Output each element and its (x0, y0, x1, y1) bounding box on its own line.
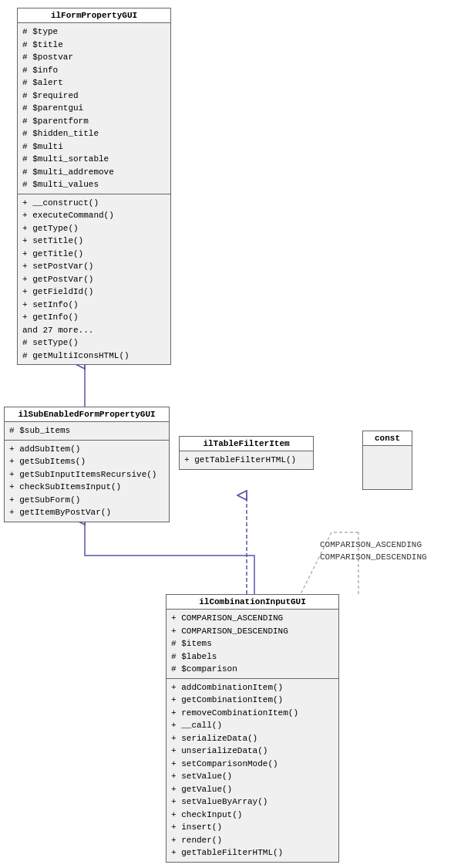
ilCombinationInputGUI-attributes: + COMPARISON_ASCENDING + COMPARISON_DESC… (167, 610, 338, 679)
ilTableFilterItem-methods: + getTableFilterHTML() (180, 451, 313, 469)
diagram-container: ilFormPropertyGUI # $type # $title # $po… (0, 0, 471, 868)
ilTableFilterItem-title: ilTableFilterItem (180, 437, 313, 451)
comparison-ascending-label: COMPARISON_ASCENDING (320, 540, 422, 549)
const-body (363, 446, 412, 489)
ilSubEnabledFormPropertyGUI-attributes: # $sub_items (5, 422, 169, 441)
ilCombinationInputGUI-title: ilCombinationInputGUI (167, 595, 338, 610)
ilCombinationInputGUI-box: ilCombinationInputGUI + COMPARISON_ASCEN… (166, 594, 339, 863)
ilSubEnabledFormPropertyGUI-title: ilSubEnabledFormPropertyGUI (5, 407, 169, 422)
ilFormPropertyGUI-box: ilFormPropertyGUI # $type # $title # $po… (17, 8, 171, 365)
ilTableFilterItem-box: ilTableFilterItem + getTableFilterHTML() (179, 436, 314, 470)
ilFormPropertyGUI-methods: + __construct() + executeCommand() + get… (18, 194, 170, 365)
ilSubEnabledFormPropertyGUI-box: ilSubEnabledFormPropertyGUI # $sub_items… (4, 407, 170, 522)
ilFormPropertyGUI-title: ilFormPropertyGUI (18, 8, 170, 23)
comparison-descending-label: COMPARISON_DESCENDING (320, 552, 427, 562)
const-title: const (363, 431, 412, 446)
ilCombinationInputGUI-methods: + addCombinationItem() + getCombinationI… (167, 679, 338, 862)
ilFormPropertyGUI-attributes: # $type # $title # $postvar # $info # $a… (18, 23, 170, 194)
const-box: const (362, 431, 412, 490)
ilSubEnabledFormPropertyGUI-methods: + addSubItem() + getSubItems() + getSubI… (5, 441, 169, 522)
